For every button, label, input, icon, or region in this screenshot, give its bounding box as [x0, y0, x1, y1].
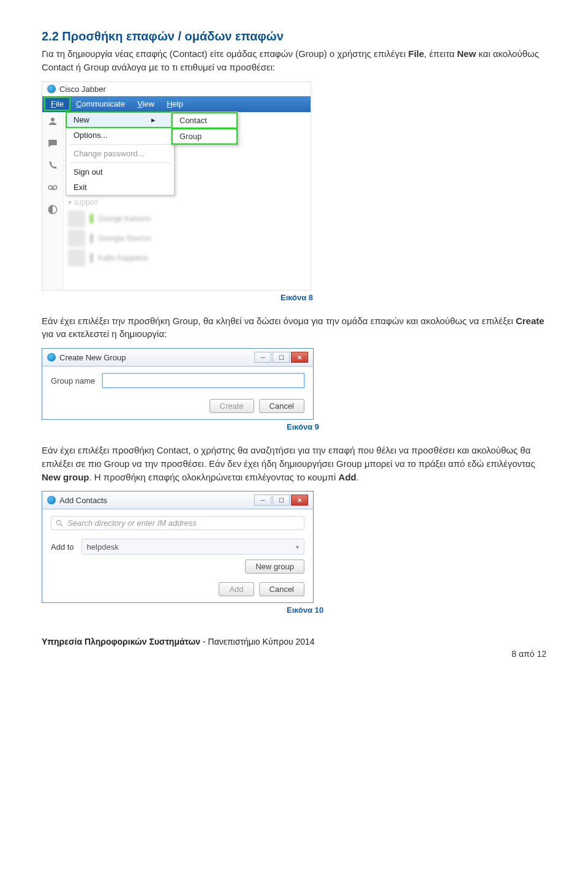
menu-item-sign-out[interactable]: Sign out [66, 164, 174, 180]
contact-list: ▾ support George Kalveris Georgia Stavro… [68, 198, 151, 269]
text: Εάν έχει επιλέξει την προσθήκη Group, θα… [42, 316, 516, 326]
paragraph-3: Εάν έχει επιλέξει προσθήκη Contact, ο χρ… [42, 444, 546, 484]
group-name-label: Group name [51, 376, 95, 385]
group-header: ▾ support [68, 198, 151, 207]
file-menu: New ▸ Options... Change password... Sign… [66, 112, 175, 195]
minimize-button[interactable]: ─ [254, 495, 271, 506]
group-name-field: Group name [51, 373, 304, 388]
presence-icon[interactable] [47, 204, 58, 215]
text: Για τη δημιουργία νέας επαφής (Contact) … [42, 48, 408, 59]
svg-point-5 [56, 520, 61, 525]
jabber-window: Cisco Jabber File Communicate View Help … [42, 82, 311, 290]
jabber-icon [47, 85, 56, 93]
cancel-button[interactable]: Cancel [259, 399, 304, 413]
text: για να εκτελεστεί η δημιουργία: [42, 328, 167, 339]
window-controls: ─ ☐ ✕ [254, 495, 308, 506]
search-field[interactable]: Search directory or enter IM address [51, 516, 304, 530]
minimize-button[interactable]: ─ [254, 352, 271, 363]
separator [70, 144, 170, 145]
menu-item-exit[interactable]: Exit [66, 180, 174, 195]
search-placeholder: Search directory or enter IM address [67, 518, 197, 528]
new-group-button[interactable]: New group [245, 559, 304, 574]
menu-item-options[interactable]: Options... [66, 127, 174, 143]
add-button[interactable]: Add [219, 582, 254, 596]
bold-new: New [457, 48, 476, 59]
maximize-button[interactable]: ☐ [273, 495, 290, 506]
menu-view[interactable]: View [131, 97, 160, 110]
page-number: 8 από 12 [42, 649, 546, 659]
submenu-contact[interactable]: Contact [172, 113, 237, 128]
chevron-down-icon: ▾ [296, 544, 299, 550]
text: . Η προσθήκη επαφής ολοκληρώνεται επιλέγ… [89, 472, 339, 482]
menu-communicate[interactable]: Communicate [70, 97, 131, 110]
dialog-body: Search directory or enter IM address Add… [42, 509, 313, 602]
cancel-button[interactable]: Cancel [259, 582, 304, 596]
jabber-icon [47, 496, 56, 504]
left-toolbar [42, 112, 64, 290]
group-combo[interactable]: helpdesk ▾ [81, 539, 304, 555]
contacts-icon[interactable] [47, 116, 58, 127]
window-title: Cisco Jabber [59, 85, 106, 94]
submenu-group[interactable]: Group [172, 129, 237, 144]
menu-help[interactable]: Help [160, 97, 189, 110]
add-to-row: Add to helpdesk ▾ [51, 539, 304, 555]
text: , έπειτα [424, 48, 457, 59]
create-group-dialog: Create New Group ─ ☐ ✕ Group name Create… [42, 348, 314, 420]
paragraph-1: Για τη δημιουργία νέας επαφής (Contact) … [42, 47, 546, 74]
search-icon [55, 519, 64, 528]
svg-point-1 [48, 186, 52, 189]
list-item: Georgia Stavros [68, 230, 151, 247]
menu-item-new[interactable]: New ▸ [66, 112, 174, 127]
footer-uni: - Πανεπιστήμιο Κύπρου 2014 [200, 637, 315, 647]
svg-line-6 [61, 525, 63, 527]
bold-newgroup: New group [42, 472, 89, 482]
group-name-input[interactable] [102, 373, 304, 388]
text: Εάν έχει επιλέξει προσθήκη Contact, ο χρ… [42, 445, 535, 469]
phone-icon[interactable] [47, 160, 58, 171]
dialog-buttons: Create Cancel [51, 395, 304, 413]
dialog-title: Add Contacts [59, 496, 107, 505]
separator [70, 162, 170, 163]
caption-8: Εικόνα 8 [42, 293, 546, 302]
caption-10: Εικόνα 10 [42, 605, 546, 615]
menu-file[interactable]: File [45, 97, 70, 110]
close-button[interactable]: ✕ [291, 352, 308, 363]
list-item: Kallis Kappelos [68, 249, 151, 267]
bold-create: Create [516, 316, 545, 326]
section-heading: 2.2 Προσθήκη επαφών / ομάδων επαφών [42, 29, 546, 44]
chat-icon[interactable] [47, 138, 58, 149]
bold-file: File [408, 48, 424, 59]
submenu-arrow-icon: ▸ [151, 115, 156, 124]
create-button[interactable]: Create [209, 399, 254, 413]
close-button[interactable]: ✕ [291, 495, 308, 506]
bold-add: Add [339, 472, 356, 482]
dialog-titlebar: Create New Group ─ ☐ ✕ [42, 349, 313, 366]
menubar: File Communicate View Help [42, 96, 311, 112]
new-group-row: New group [51, 559, 304, 574]
window-controls: ─ ☐ ✕ [254, 352, 308, 363]
window-body: New ▸ Options... Change password... Sign… [42, 112, 311, 290]
combo-value: helpdesk [87, 542, 119, 552]
add-contacts-dialog: Add Contacts ─ ☐ ✕ Search directory or e… [42, 491, 314, 603]
dialog-title: Create New Group [59, 353, 126, 362]
dialog-buttons: Add Cancel [51, 582, 304, 596]
dialog-titlebar: Add Contacts ─ ☐ ✕ [42, 491, 313, 509]
text: . [356, 472, 359, 482]
new-submenu: Contact Group [171, 112, 238, 145]
footer: Υπηρεσία Πληροφορικών Συστημάτων - Πανεπ… [42, 637, 546, 647]
svg-point-2 [53, 186, 57, 189]
maximize-button[interactable]: ☐ [273, 352, 290, 363]
dialog-body: Group name Create Cancel [42, 366, 313, 419]
jabber-icon [47, 353, 56, 362]
window-titlebar: Cisco Jabber [42, 82, 311, 96]
menu-item-change-password: Change password... [66, 146, 174, 161]
caption-9: Εικόνα 9 [42, 422, 546, 431]
footer-service: Υπηρεσία Πληροφορικών Συστημάτων [42, 637, 200, 647]
add-to-label: Add to [51, 542, 74, 552]
paragraph-2: Εάν έχει επιλέξει την προσθήκη Group, θα… [42, 314, 546, 341]
svg-point-0 [51, 118, 55, 121]
list-item: George Kalveris [68, 210, 151, 227]
voicemail-icon[interactable] [47, 182, 58, 193]
label: New [74, 115, 89, 124]
